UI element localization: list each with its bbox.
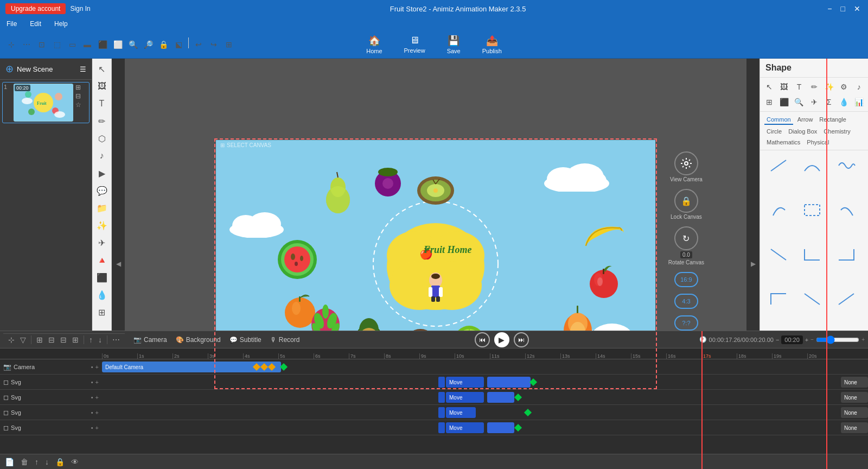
timeline-filter-btn[interactable]: ⊹ [7,334,16,345]
text-tool[interactable]: T [94,96,110,112]
shape-line-wavy[interactable] [832,155,860,176]
shape-curve-s2[interactable] [832,288,860,310]
toolbar-icon-10[interactable]: 🔎 [141,37,155,52]
svg4-none-block[interactable]: None [841,422,868,433]
svg2-none-block[interactable]: None [841,392,868,403]
add-track-btn[interactable]: 📄 [3,457,16,467]
menu-help[interactable]: Help [52,19,70,29]
right-tool-cursor[interactable]: ↖ [762,80,776,94]
subtitle-tool[interactable]: 💬 [94,182,110,199]
shape-dashed-rect[interactable] [798,199,826,221]
preview-button[interactable]: 🖥 Preview [400,33,430,56]
scene-star-icon[interactable]: ☆ [75,101,81,109]
timeline-filter2-btn[interactable]: ▽ [18,334,28,345]
screen-tool[interactable]: ⬛ [94,269,110,286]
svg3-block1[interactable] [438,407,445,418]
right-tool-music[interactable]: ♪ [852,80,866,94]
play-button[interactable]: ▶ [494,332,509,347]
toolbar-icon-1[interactable]: ⊹ [4,37,18,52]
right-tool-data[interactable]: 📊 [852,95,866,109]
scene-crop-icon[interactable]: ⊟ [75,92,81,100]
tab-physical[interactable]: Physical [805,138,831,147]
lock-canvas-control[interactable]: 🔒 Lock Canvas [671,189,702,220]
menu-edit[interactable]: Edit [28,19,43,29]
shape-corner-br[interactable] [798,244,826,265]
right-tool-sigma[interactable]: Σ [822,95,836,109]
svg2-track-dot2[interactable]: + [95,394,99,401]
toolbar-icon-4[interactable]: ⬚ [50,37,64,52]
draw-tool[interactable]: ✏ [94,113,110,129]
svg3-track-dot2[interactable]: + [95,409,99,416]
visibility-track-btn[interactable]: 👁 [69,457,80,467]
close-button[interactable]: ✕ [852,4,863,13]
shape-tool[interactable]: ⬡ [94,130,110,147]
toolbar-icon-3[interactable]: ⊡ [35,37,49,52]
svg4-track-dot1[interactable]: • [91,424,93,431]
shape-curve-s[interactable] [798,288,826,310]
right-tool-grid[interactable]: ⬛ [777,95,792,109]
resize-tool[interactable]: ⊞ [94,304,110,320]
new-scene-button[interactable]: ⊕ New Scene ☰ [0,59,92,80]
menu-file[interactable]: File [4,19,19,29]
transition-tool[interactable]: ✈ [94,234,110,251]
toolbar-icon-5[interactable]: ▭ [65,37,79,52]
sign-in-link[interactable]: Sign In [70,5,90,12]
video-tool[interactable]: ▶ [94,165,110,181]
toolbar-icon-8[interactable]: ⬜ [111,37,125,52]
svg2-track-dot1[interactable]: • [91,394,93,401]
upgrade-button[interactable]: Upgrade account [5,3,66,14]
toolbar-icon-7[interactable]: ⬛ [95,37,110,52]
svg2-move-block[interactable]: Move [446,392,484,403]
svg4-blue-block[interactable] [487,422,514,433]
tab-camera[interactable]: 📷 Camera [129,334,171,346]
svg1-block1[interactable] [438,377,445,388]
image-tool[interactable]: 🖼 [94,78,110,94]
timeline-option[interactable]: ⊞ [71,334,80,345]
publish-button[interactable]: 📤 Publish [478,33,506,56]
right-tool-text[interactable]: T [792,80,806,94]
camera-track-dot1[interactable]: • [91,364,93,370]
effects-tool[interactable]: ✨ [94,217,110,233]
save-button[interactable]: 💾 Save [443,33,465,56]
timeline-move-up[interactable]: ↑ [87,334,94,345]
svg4-block1[interactable] [438,422,445,433]
water-tool[interactable]: 💧 [94,287,110,303]
redo-button[interactable]: ↪ [207,37,221,52]
home-button[interactable]: 🏠 Home [362,33,386,56]
svg4-track-dot2[interactable]: + [95,424,99,431]
right-tool-water[interactable]: 💧 [837,95,851,109]
toolbar-icon-9[interactable]: 🔍 [126,37,140,52]
tab-dialog-box[interactable]: Dialog Box [786,127,819,136]
time-plus[interactable]: + [805,337,808,343]
tab-subtitle[interactable]: 💬 Subtitle [225,334,266,346]
time-minus[interactable]: − [776,337,779,343]
filter-tool[interactable]: 🔺 [94,252,110,268]
svg2-blue-block[interactable] [487,392,514,403]
svg3-track-dot1[interactable]: • [91,409,93,416]
svg1-move-block[interactable]: Move [446,377,484,388]
timeline-more[interactable]: ⋯ [111,334,122,345]
timeline-move-down[interactable]: ↓ [97,334,104,345]
svg4-move-block[interactable]: Move [446,422,484,433]
maximize-button[interactable]: □ [839,4,847,13]
ratio-169-button[interactable]: 16:9 [674,272,698,287]
tab-background[interactable]: 🎨 Background [171,334,225,346]
right-tool-effect[interactable]: ✨ [822,80,836,94]
svg1-blue-block[interactable] [487,377,531,388]
shape-diagonal-2[interactable] [764,244,793,265]
cursor-tool[interactable]: ↖ [94,61,110,77]
lock-track-btn[interactable]: 🔒 [54,457,66,467]
toolbar-icon-12[interactable]: ⬕ [171,37,186,52]
right-tool-plane[interactable]: ✈ [807,95,821,109]
rotate-canvas-control[interactable]: ↻ 0.0 Rotate Canvas [668,226,704,265]
folder-tool[interactable]: 📁 [94,200,110,216]
right-tool-adjust[interactable]: ⚙ [837,80,851,94]
tab-chemistry[interactable]: Chemistry [821,127,853,136]
timeline-zoom-in[interactable]: ⊞ [35,334,44,345]
timeline-grid[interactable]: ⊟ [59,334,68,345]
zoom-slider[interactable] [816,335,859,344]
audio-tool[interactable]: ♪ [94,148,110,164]
shape-arc-left[interactable] [764,199,793,221]
timeline-zoom-out[interactable]: ⊟ [47,334,56,345]
camera-track-dot2[interactable]: + [95,364,99,370]
